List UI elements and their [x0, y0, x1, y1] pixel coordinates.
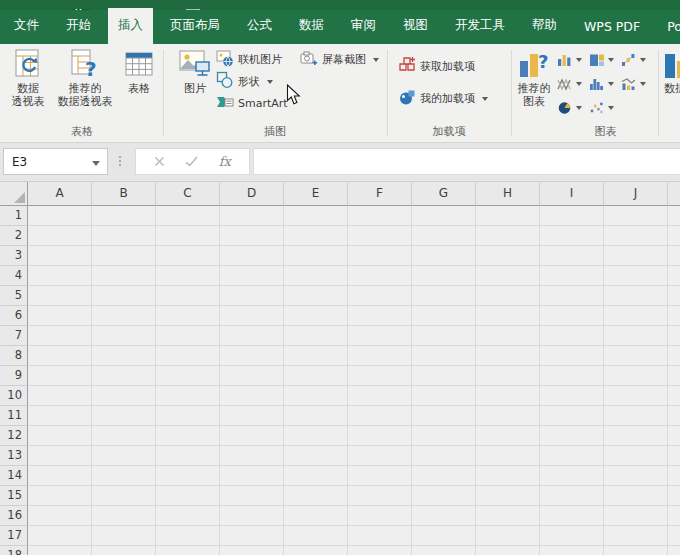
insert-pie-or-doughnut-chart-button[interactable] — [556, 100, 588, 116]
cell[interactable] — [476, 546, 540, 555]
row-header-7[interactable]: 7 — [0, 326, 28, 346]
cell[interactable] — [284, 266, 348, 286]
cell[interactable] — [28, 366, 92, 386]
cancel-icon[interactable] — [154, 152, 165, 171]
row-header-13[interactable]: 13 — [0, 446, 28, 466]
cell[interactable] — [476, 486, 540, 506]
cell[interactable] — [604, 426, 668, 446]
cell[interactable] — [476, 306, 540, 326]
cell[interactable] — [28, 426, 92, 446]
cell[interactable] — [348, 526, 412, 546]
row-header-2[interactable]: 2 — [0, 226, 28, 246]
cell[interactable] — [668, 306, 680, 326]
formula-input[interactable] — [253, 148, 680, 175]
cell[interactable] — [476, 406, 540, 426]
cell[interactable] — [412, 266, 476, 286]
cell[interactable] — [156, 506, 220, 526]
cell[interactable] — [92, 426, 156, 446]
row-header-16[interactable]: 16 — [0, 506, 28, 526]
cell[interactable] — [604, 306, 668, 326]
cell[interactable] — [540, 266, 604, 286]
cell[interactable] — [284, 366, 348, 386]
cell[interactable] — [156, 346, 220, 366]
cell[interactable] — [156, 246, 220, 266]
cell[interactable] — [348, 426, 412, 446]
cell[interactable] — [156, 226, 220, 246]
cell[interactable] — [412, 526, 476, 546]
cell[interactable] — [604, 386, 668, 406]
cell[interactable] — [412, 406, 476, 426]
recommended-charts-button[interactable]: ? 推荐的 图表 — [513, 46, 555, 108]
cell[interactable] — [604, 206, 668, 226]
tab-insert[interactable]: 插入 — [108, 8, 153, 44]
cell[interactable] — [284, 326, 348, 346]
cell[interactable] — [540, 506, 604, 526]
cell[interactable] — [348, 306, 412, 326]
cell[interactable] — [540, 426, 604, 446]
row-header-17[interactable]: 17 — [0, 526, 28, 546]
cell[interactable] — [220, 306, 284, 326]
cell[interactable] — [348, 446, 412, 466]
cell[interactable] — [284, 406, 348, 426]
cell[interactable] — [476, 446, 540, 466]
cell[interactable] — [540, 386, 604, 406]
cell[interactable] — [156, 206, 220, 226]
cell[interactable] — [668, 426, 680, 446]
tab-help[interactable]: 帮助 — [522, 8, 567, 44]
cell[interactable] — [220, 466, 284, 486]
cell[interactable] — [668, 346, 680, 366]
tab-developer[interactable]: 开发工具 — [445, 8, 515, 44]
cell[interactable] — [28, 226, 92, 246]
cell[interactable] — [540, 406, 604, 426]
cell[interactable] — [540, 306, 604, 326]
column-header-G[interactable]: G — [412, 182, 476, 206]
tab-file[interactable]: 文件 — [4, 8, 49, 44]
cell[interactable] — [92, 286, 156, 306]
cell[interactable] — [92, 386, 156, 406]
cell[interactable] — [28, 406, 92, 426]
cell[interactable] — [540, 246, 604, 266]
cell[interactable] — [668, 386, 680, 406]
column-header-E[interactable]: E — [284, 182, 348, 206]
cell[interactable] — [28, 346, 92, 366]
tab-wps-pdf[interactable]: WPS PDF — [574, 10, 650, 44]
cell[interactable] — [220, 326, 284, 346]
row-header-11[interactable]: 11 — [0, 406, 28, 426]
recommended-pivottables-button[interactable]: ? 推荐的 数据透视表 — [54, 46, 116, 108]
cell[interactable] — [412, 546, 476, 555]
cell[interactable] — [220, 426, 284, 446]
row-header-15[interactable]: 15 — [0, 486, 28, 506]
cell[interactable] — [604, 546, 668, 555]
cell[interactable] — [284, 206, 348, 226]
select-all-button[interactable] — [0, 182, 28, 206]
cell[interactable] — [348, 246, 412, 266]
cell[interactable] — [668, 326, 680, 346]
enter-icon[interactable] — [185, 152, 198, 171]
tab-view[interactable]: 视图 — [393, 8, 438, 44]
cell[interactable] — [156, 486, 220, 506]
cell[interactable] — [668, 546, 680, 555]
cell[interactable] — [476, 266, 540, 286]
cell[interactable] — [476, 286, 540, 306]
cell[interactable] — [92, 246, 156, 266]
insert-hierarchy-chart-button[interactable] — [588, 52, 620, 68]
cell[interactable] — [604, 506, 668, 526]
cell[interactable] — [476, 466, 540, 486]
cell[interactable] — [540, 326, 604, 346]
cell[interactable] — [476, 206, 540, 226]
cell[interactable] — [28, 306, 92, 326]
cell[interactable] — [92, 506, 156, 526]
cell[interactable] — [412, 506, 476, 526]
cell[interactable] — [540, 486, 604, 506]
cell[interactable] — [92, 546, 156, 555]
cell[interactable] — [412, 426, 476, 446]
cell[interactable] — [668, 366, 680, 386]
cell[interactable] — [28, 286, 92, 306]
insert-waterfall-or-stock-chart-button[interactable] — [620, 52, 652, 68]
cell[interactable] — [604, 406, 668, 426]
cell[interactable] — [604, 246, 668, 266]
cell[interactable] — [668, 406, 680, 426]
column-header-partial[interactable] — [668, 182, 680, 206]
cell[interactable] — [28, 546, 92, 555]
cell[interactable] — [348, 546, 412, 555]
